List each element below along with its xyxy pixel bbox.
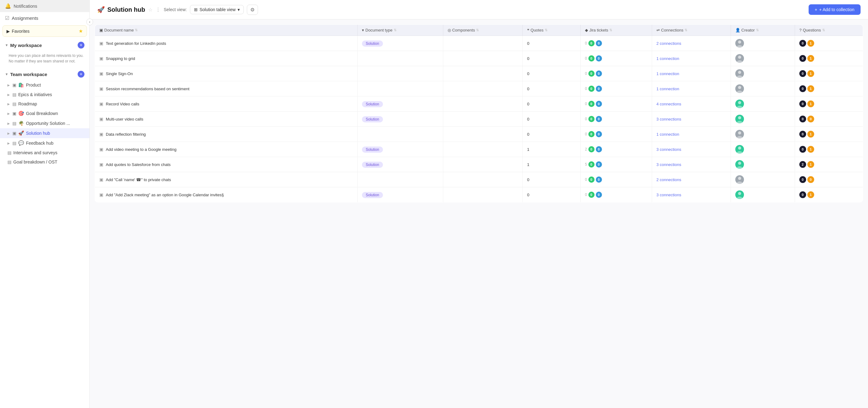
jira-cell: 0 0 0 bbox=[580, 111, 652, 127]
questions-cell: 0 1 bbox=[795, 96, 863, 111]
jira-dot-blue: 0 bbox=[596, 131, 602, 137]
col-jira[interactable]: ◆ Jira tickets ⇅ bbox=[580, 25, 652, 36]
my-workspace-add-button[interactable]: + bbox=[78, 42, 85, 48]
team-workspace-add-button[interactable]: + bbox=[78, 71, 85, 77]
jira-cell: 0 0 0 bbox=[580, 36, 652, 51]
table-row[interactable]: ▣ Add "Call 'name' ☎" to private chats 0… bbox=[95, 172, 863, 187]
doc-name-text: Multi-user video calls bbox=[106, 117, 143, 122]
sidebar-item-roadmap[interactable]: ▶ ▤ Roadmap bbox=[0, 99, 89, 108]
creator-cell bbox=[731, 187, 795, 202]
roadmap-label: Roadmap bbox=[18, 101, 37, 106]
quotes-cell: 0 bbox=[523, 66, 581, 81]
components-cell bbox=[443, 36, 523, 51]
goal-ost-doc-icon: ▤ bbox=[7, 160, 11, 164]
questions-cell: 0 0 bbox=[795, 172, 863, 187]
solution-arrow: ▶ bbox=[7, 132, 10, 135]
col-doc-name[interactable]: ▣ Document name ⇅ bbox=[95, 25, 358, 36]
sidebar-item-goal-breakdown[interactable]: ▶ ▣ 🎯 Goal Breakdown bbox=[0, 108, 89, 118]
sort-icon-jira: ⇅ bbox=[610, 28, 612, 32]
svg-point-13 bbox=[737, 136, 742, 138]
goal-arrow: ▶ bbox=[7, 112, 10, 115]
doc-type-cell: Solution bbox=[358, 157, 443, 172]
sort-icon-quotes: ⇅ bbox=[545, 28, 548, 32]
table-row[interactable]: ▣ Session recommendations based on senti… bbox=[95, 81, 863, 96]
jira-cell: 0 0 0 bbox=[580, 96, 652, 111]
my-workspace-header[interactable]: ▼ My workspace + bbox=[0, 39, 89, 51]
col-creator[interactable]: 👤 Creator ⇅ bbox=[731, 25, 795, 36]
col-doc-type[interactable]: ▾ Document type ⇅ bbox=[358, 25, 443, 36]
col-quotes[interactable]: ❝ Quotes ⇅ bbox=[523, 25, 581, 36]
table-row[interactable]: ▣ Text generation for LinkedIn posts Sol… bbox=[95, 36, 863, 51]
sidebar-item-interviews[interactable]: ▤ Interviews and surveys bbox=[0, 148, 89, 157]
jira-dot-blue: 0 bbox=[596, 161, 602, 168]
type-icon: ▾ bbox=[362, 28, 364, 32]
q-orange-badge: 1 bbox=[807, 70, 814, 77]
col-components[interactable]: ◎ Components ⇅ bbox=[443, 25, 523, 36]
plus-icon: + bbox=[815, 7, 817, 12]
doc-name-cell: ▣ Multi-user video calls bbox=[95, 111, 358, 127]
quotes-cell: 1 bbox=[523, 157, 581, 172]
table-row[interactable]: ▣ Add video meeting to a Google meeting … bbox=[95, 142, 863, 157]
favorite-star-button[interactable]: ☆ bbox=[148, 7, 153, 13]
table-row[interactable]: ▣ Single Sign-On 0 0 0 0 1 connection bbox=[95, 66, 863, 81]
goal-breakdown-label: Goal Breakdown bbox=[26, 111, 58, 116]
jira-num: 5 bbox=[585, 162, 587, 167]
sidebar-item-epics[interactable]: ▶ ▤ Epics & initiatives bbox=[0, 90, 89, 99]
sidebar: 🔔 Notifications ☑ Assignments ▶ Favorite… bbox=[0, 0, 90, 408]
sidebar-collapse-button[interactable]: ‹ bbox=[86, 19, 93, 25]
solution-badge: Solution bbox=[362, 146, 383, 153]
creator-cell bbox=[731, 51, 795, 66]
table-row[interactable]: ▣ Data reflection filtering 0 0 0 0 1 co… bbox=[95, 127, 863, 142]
doc-name-cell: ▣ Add video meeting to a Google meeting bbox=[95, 142, 358, 157]
svg-point-5 bbox=[737, 75, 742, 78]
col-questions[interactable]: ? Questions ⇅ bbox=[795, 25, 863, 36]
table-row[interactable]: ▣ Multi-user video calls Solution 0 0 0 … bbox=[95, 111, 863, 127]
jira-num: 0 bbox=[585, 193, 587, 197]
view-selector-button[interactable]: ⊞ Solution table view ▾ bbox=[190, 5, 244, 14]
components-cell bbox=[443, 157, 523, 172]
row-doc-icon: ▣ bbox=[99, 147, 103, 152]
sidebar-item-feedback-hub[interactable]: ▶ ▤ 💬 Feedback hub bbox=[0, 138, 89, 148]
row-doc-icon: ▣ bbox=[99, 116, 103, 122]
col-connections[interactable]: ⇌ Connections ⇅ bbox=[652, 25, 731, 36]
q-dark-badge: 0 bbox=[799, 100, 806, 107]
jira-dot-green: 0 bbox=[588, 131, 594, 137]
q-dark-badge: 0 bbox=[799, 131, 806, 138]
sidebar-item-solution-hub[interactable]: ▶ ▣ 🚀 Solution hub bbox=[0, 128, 89, 138]
sidebar-item-opportunity[interactable]: ▶ ▤ 🌴 Opportunity Solution ... bbox=[0, 118, 89, 128]
add-to-collection-button[interactable]: + + Add to collection bbox=[809, 4, 861, 15]
q-dark-badge: 0 bbox=[799, 40, 806, 47]
sidebar-item-notifications[interactable]: 🔔 Notifications bbox=[0, 0, 89, 12]
jira-num: 0 bbox=[585, 177, 587, 182]
sidebar-item-assignments[interactable]: ☑ Assignments bbox=[0, 12, 89, 24]
creator-avatar bbox=[735, 84, 744, 93]
connections-cell: 1 connection bbox=[652, 66, 731, 81]
doc-name-text: Add quotes to Salesforce from chats bbox=[106, 162, 171, 167]
q-dark-badge: 0 bbox=[799, 176, 806, 183]
team-workspace-header[interactable]: ▼ Team workspace + bbox=[0, 68, 89, 80]
connections-cell: 1 connection bbox=[652, 127, 731, 142]
table-row[interactable]: ▣ Record Video calls Solution 0 0 0 0 4 … bbox=[95, 96, 863, 111]
opportunity-label: Opportunity Solution ... bbox=[26, 121, 70, 126]
doc-name-cell: ▣ Text generation for LinkedIn posts bbox=[95, 36, 358, 51]
doc-name-cell: ▣ Add quotes to Salesforce from chats bbox=[95, 157, 358, 172]
svg-point-17 bbox=[737, 166, 742, 169]
table-row[interactable]: ▣ Add "Add Zlack meeting" as an option i… bbox=[95, 187, 863, 202]
my-workspace-section: ▼ My workspace + Here you can place all … bbox=[0, 39, 89, 67]
table-row[interactable]: ▣ Add quotes to Salesforce from chats So… bbox=[95, 157, 863, 172]
favorites-header[interactable]: ▶ Favorites ★ bbox=[6, 28, 83, 34]
more-options-button[interactable]: ⋮ bbox=[156, 7, 160, 13]
creator-cell bbox=[731, 142, 795, 157]
my-workspace-description: Here you can place all items relevants t… bbox=[0, 51, 89, 67]
creator-avatar bbox=[735, 115, 744, 123]
view-select-label: Select view: bbox=[164, 7, 187, 12]
sort-icon-doc: ⇅ bbox=[135, 28, 138, 32]
table-row[interactable]: ▣ Snapping to grid 0 0 0 0 1 connection bbox=[95, 51, 863, 66]
connections-text: 1 connection bbox=[656, 71, 679, 76]
jira-num: 0 bbox=[585, 102, 587, 106]
connections-text: 3 connections bbox=[656, 162, 681, 167]
svg-point-16 bbox=[738, 162, 741, 165]
settings-button[interactable]: ⚙ bbox=[247, 5, 258, 15]
sidebar-item-goal-ost[interactable]: ▤ Goal breakdown / OST bbox=[0, 157, 89, 167]
sidebar-item-product[interactable]: ▶ ▣ 🛍️ Product bbox=[0, 80, 89, 90]
